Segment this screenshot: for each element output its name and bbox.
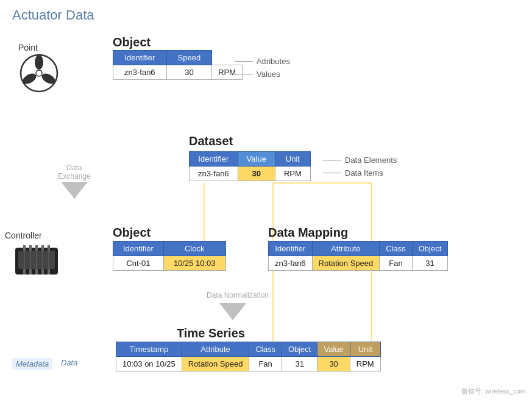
col-object-ts: Object: [282, 342, 317, 357]
svg-rect-23: [48, 245, 50, 251]
col-clock: Clock: [163, 242, 225, 256]
val-identifier-dm: zn3-fan6: [269, 256, 313, 271]
val-attribute-dm: Rotation Speed: [312, 256, 380, 271]
data-exchange-arrow: [61, 182, 88, 201]
col-attribute-dm: Attribute: [312, 242, 380, 256]
val-attribute-ts: Rotation Speed: [182, 357, 249, 371]
val-clock: 10/25 10:03: [163, 256, 225, 271]
metadata-label: Metadata: [12, 358, 52, 370]
data-normalization-label: Data Normalization: [189, 291, 286, 300]
svg-rect-28: [48, 269, 50, 275]
val-object-dm: 31: [412, 256, 448, 271]
object-bottom-table: Identifier Clock Cnt-01 10/25 10:03: [113, 241, 226, 271]
attributes-label: Attributes: [235, 57, 290, 66]
data-exchange-label: Data Exchange: [50, 163, 99, 181]
watermark: 微信号: wireless_com: [461, 387, 526, 396]
svg-rect-26: [35, 269, 38, 275]
data-items-label: Data Items: [323, 168, 383, 178]
dataset-table: Identifier Value Unit zn3-fan6 30 RPM: [189, 151, 311, 181]
val-timestamp: 10:03 on 10/25: [116, 357, 182, 371]
data-mapping-table: Identifier Attribute Class Object zn3-fa…: [268, 241, 448, 271]
col-unit-ts: Unit: [350, 342, 380, 357]
point-label: Point: [18, 43, 38, 52]
col-identifier-ob: Identifier: [113, 242, 164, 256]
data-elements-label: Data Elements: [323, 156, 397, 165]
time-series-label: Time Series: [177, 326, 245, 340]
controller-label: Controller: [5, 231, 42, 240]
val-class-ts: Fan: [249, 357, 282, 371]
col-timestamp: Timestamp: [116, 342, 182, 357]
data-normalization-arrow: [219, 303, 246, 322]
data-label: Data: [61, 358, 77, 367]
svg-rect-22: [41, 245, 44, 251]
col-value-ds: Value: [238, 152, 275, 167]
col-class-ts: Class: [249, 342, 282, 357]
time-series-table: Timestamp Attribute Class Object Value U…: [116, 342, 381, 371]
dataset-label: Dataset: [189, 134, 233, 148]
fan-icon: [20, 54, 59, 93]
values-label: Values: [235, 70, 280, 79]
svg-rect-21: [35, 245, 38, 251]
svg-point-8: [35, 55, 43, 70]
col-unit-ds: Unit: [275, 152, 310, 167]
col-speed: Speed: [166, 51, 212, 65]
val-value-ts: 30: [317, 357, 350, 371]
val-object-ts: 31: [282, 357, 317, 371]
col-identifier-top: Identifier: [113, 51, 167, 65]
svg-point-11: [36, 70, 42, 76]
val-speed: 30: [166, 65, 212, 80]
val-identifier-ob: Cnt-01: [113, 256, 164, 271]
svg-rect-27: [41, 269, 44, 275]
page-title: Actuator Data: [12, 7, 94, 23]
val-identifier-ds: zn3-fan6: [190, 167, 238, 181]
data-mapping-label: Data Mapping: [268, 226, 348, 240]
val-unit-ts: RPM: [350, 357, 380, 371]
col-class-dm: Class: [380, 242, 413, 256]
controller-icon: [12, 242, 61, 281]
val-unit-ds: RPM: [275, 167, 310, 181]
col-object-dm: Object: [412, 242, 448, 256]
svg-rect-25: [29, 269, 32, 275]
svg-rect-19: [23, 245, 26, 251]
object-top-label: Object: [113, 35, 151, 49]
object-top-table: Identifier Speed zn3-fan6 30 RPM: [113, 50, 243, 80]
val-identifier-top: zn3-fan6: [113, 65, 167, 80]
col-identifier-dm: Identifier: [269, 242, 313, 256]
svg-rect-20: [29, 245, 32, 251]
col-value-ts: Value: [317, 342, 350, 357]
col-attribute-ts: Attribute: [182, 342, 249, 357]
svg-rect-24: [23, 269, 26, 275]
object-bottom-label: Object: [113, 226, 151, 240]
val-value-ds: 30: [238, 167, 275, 181]
col-identifier-ds: Identifier: [190, 152, 238, 167]
val-class-dm: Fan: [380, 256, 413, 271]
